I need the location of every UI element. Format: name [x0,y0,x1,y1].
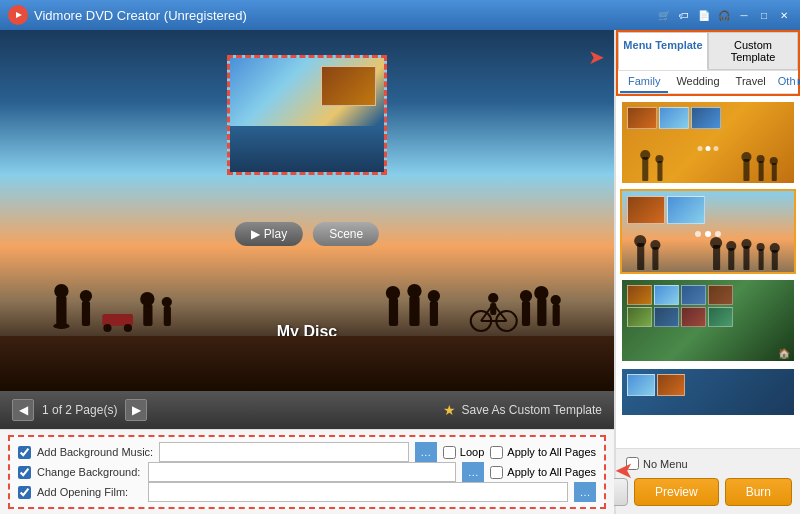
svg-point-56 [770,243,780,253]
svg-point-54 [757,243,765,251]
tpl-3-p8 [708,307,733,327]
svg-rect-14 [389,298,398,326]
svg-rect-49 [728,248,734,270]
svg-point-28 [520,290,532,302]
bg-change-label: Change Background: [37,466,142,478]
disc-preview-frame [227,55,387,175]
svg-point-30 [534,286,548,300]
template-3-inner: 🏠 [622,280,794,361]
tpl-3-p2 [654,285,679,305]
template-item-3[interactable]: 🏠 [620,278,796,363]
pagination-bar: ◀ 1 of 2 Page(s) ▶ ★ Save As Custom Temp… [0,391,614,429]
bg-music-input[interactable] [159,442,409,462]
apply-all-music-label: Apply to All Pages [507,446,596,458]
bg-change-input[interactable] [148,462,456,482]
template-4-inner [622,369,794,417]
preview-button[interactable]: Preview [634,478,719,506]
tpl-4-p1 [627,374,655,396]
main-container: My Disc ▶ Play Scene [0,30,800,514]
action-bar: No Menu [616,448,800,478]
opening-film-browse[interactable]: … [574,482,596,502]
svg-point-25 [488,293,498,303]
file-icon[interactable]: 📄 [696,7,712,23]
wedding-tab[interactable]: Wedding [668,71,727,93]
opening-film-row: Add Opening Film: … [18,482,596,502]
category-tabs: Family Wedding Travel Oth► [618,71,798,94]
right-panel: Menu Template Custom Template Family Wed… [615,30,800,514]
svg-point-17 [407,284,421,298]
bg-change-checkbox[interactable] [18,466,31,479]
more-categories-tab[interactable]: Oth► [774,71,800,93]
bg-music-browse[interactable]: … [415,442,437,462]
apply-all-music-checkbox[interactable] [490,446,503,459]
svg-point-52 [741,239,751,249]
left-panel: My Disc ▶ Play Scene [0,30,615,514]
apply-all-bg-checkbox[interactable] [490,466,503,479]
svg-rect-39 [759,161,764,181]
template-tabs: Menu Template Custom Template [618,32,798,71]
svg-rect-16 [409,296,419,326]
svg-rect-35 [657,161,662,181]
bg-music-checkbox[interactable] [18,446,31,459]
tpl-3-p5 [627,307,652,327]
options-bordered: Add Background Music: … Loop Apply to Al… [8,435,606,509]
save-custom-template[interactable]: ★ Save As Custom Template [443,402,602,418]
svg-rect-45 [652,247,658,270]
burn-button[interactable]: Burn [725,478,792,506]
template-list[interactable]: 🏠 [616,96,800,448]
svg-point-32 [551,295,561,305]
cart-icon[interactable]: 🛒 [656,7,672,23]
tpl-2-silhouettes [622,235,794,270]
bg-change-browse[interactable]: … [462,462,484,482]
silhouette-scene [0,226,614,336]
no-menu-option: No Menu [626,457,688,470]
apply-all-bg-label: Apply to All Pages [507,466,596,478]
arrow-annotation-bottom: ➤ [615,460,632,484]
svg-point-48 [710,237,722,249]
svg-rect-33 [642,157,648,181]
svg-point-19 [428,290,440,302]
app-title: Vidmore DVD Creator (Unregistered) [34,8,656,23]
minimize-icon[interactable]: ─ [736,7,752,23]
travel-tab[interactable]: Travel [728,71,774,93]
headset-icon[interactable]: 🎧 [716,7,732,23]
svg-point-36 [655,155,663,163]
svg-point-46 [650,240,660,250]
close-icon[interactable]: ✕ [776,7,792,23]
template-item-1[interactable] [620,100,796,185]
opening-film-input[interactable] [148,482,568,502]
tpl-1-photo-2 [659,107,689,129]
custom-template-tab[interactable]: Custom Template [708,32,798,70]
svg-rect-26 [490,303,496,315]
bg-change-row: Change Background: … Apply to All Pages [18,462,596,482]
disc-preview-inner [230,58,384,172]
svg-point-8 [103,324,111,332]
template-item-2[interactable] [620,189,796,274]
disc-thumbnail [321,66,376,106]
opening-film-checkbox[interactable] [18,486,31,499]
svg-point-50 [726,241,736,251]
svg-point-9 [124,324,132,332]
tpl-3-p7 [681,307,706,327]
template-tab-area: Menu Template Custom Template Family Wed… [616,30,800,96]
restore-icon[interactable]: □ [756,7,772,23]
family-tab[interactable]: Family [620,71,668,93]
template-item-4[interactable] [620,367,796,417]
tag-icon[interactable]: 🏷 [676,7,692,23]
loop-checkbox[interactable] [443,446,456,459]
svg-point-40 [757,155,765,163]
opening-film-label: Add Opening Film: [37,486,142,498]
prev-page-button[interactable]: ◀ [12,399,34,421]
ground [0,336,614,391]
svg-rect-53 [759,249,764,270]
menu-template-tab[interactable]: Menu Template [618,32,708,70]
arrow-annotation-top: ➤ [588,45,605,69]
next-page-button[interactable]: ▶ [125,399,147,421]
template-tab-border: Menu Template Custom Template Family Wed… [616,30,800,96]
window-controls[interactable]: 🛒 🏷 📄 🎧 ─ □ ✕ [656,7,792,23]
app-logo [8,5,28,25]
svg-rect-27 [522,301,530,326]
template-1-inner [622,102,794,183]
no-menu-label: No Menu [643,458,688,470]
svg-point-4 [54,284,68,298]
